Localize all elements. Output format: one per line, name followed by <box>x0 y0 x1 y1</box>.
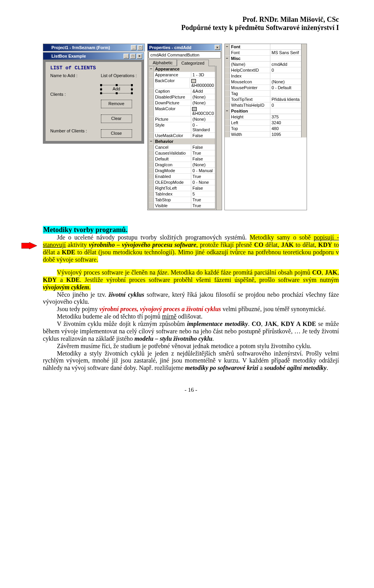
prop-val[interactable]: (None) <box>191 162 215 167</box>
page-number: - 16 - <box>43 387 339 393</box>
minimize-button[interactable]: _ <box>123 54 129 59</box>
properties-panel-2: −Font FontMS Sans Serif −Misc (Name)cmdA… <box>224 44 307 210</box>
object-combo[interactable]: cmdAdd CommandButton <box>148 51 221 58</box>
prop-val[interactable]: 0 - Standard <box>191 122 215 132</box>
prop-val[interactable]: 0 - Default <box>270 85 301 90</box>
prop-val[interactable]: 480 <box>270 126 301 131</box>
prop-key: Height <box>230 114 270 120</box>
prop-val[interactable]: (None) <box>191 100 215 106</box>
prop-key: Index <box>230 73 270 79</box>
paragraph: V životním cyklu může dojít k různým způ… <box>43 320 339 343</box>
paragraph: Vývojový proces software je členěn na fá… <box>43 269 339 291</box>
prop-val[interactable]: 1095 <box>270 132 301 137</box>
category-appearance: Appearance <box>154 66 191 72</box>
properties-window: Properties - cmdAdd × cmdAdd CommandButt… <box>147 44 222 210</box>
vb-icon <box>45 53 50 59</box>
clients-caption: LIST of CLIENTS <box>50 65 137 71</box>
prop-val[interactable]: 375 <box>270 114 301 120</box>
prop-key: HelpContextID <box>230 67 270 73</box>
prop-val[interactable]: (None) <box>270 79 301 85</box>
prop-key: DragMode <box>154 168 191 173</box>
tab-categorized[interactable]: Categorized <box>177 60 208 66</box>
prop-key: MouseIcon <box>230 79 270 85</box>
maximize-button[interactable]: □ <box>130 54 136 59</box>
svg-marker-0 <box>21 242 37 249</box>
prop-val[interactable]: True <box>191 203 215 208</box>
prop-key: Caption <box>154 88 191 94</box>
prop-val[interactable]: &H00C0C0 <box>191 106 215 116</box>
prop-val[interactable]: 0 <box>270 102 301 108</box>
section-title: Metodiky tvorby programů. <box>43 226 128 234</box>
tab-alphabetic[interactable]: Alphabetic <box>148 59 177 66</box>
prop-key: Enabled <box>154 174 191 179</box>
name-to-add-label: Name to Add : <box>50 73 96 78</box>
clear-button[interactable]: Clear <box>101 114 132 123</box>
prop-val[interactable]: False <box>191 133 215 138</box>
prop-key: DisabledPicture <box>154 94 191 100</box>
page-header: Prof. RNDr. Milan Mišovič, CSc Podpůrné … <box>43 16 339 32</box>
screenshots-row: Project1 - frmSeznam (Form) _ □ ListBox … <box>43 44 339 210</box>
properties-titlebar: Properties - cmdAdd × <box>148 44 222 51</box>
collapse-icon[interactable]: − <box>225 44 230 49</box>
prop-key: Default <box>154 156 191 162</box>
paragraph: Závěrem musíme říci, že studium je potře… <box>43 343 339 350</box>
prop-val[interactable]: Přidává klienta <box>270 97 301 102</box>
prop-val[interactable]: MS Sans Serif <box>270 50 301 55</box>
prop-key: TabIndex <box>154 191 191 197</box>
prop-val[interactable]: &Add <box>191 88 215 94</box>
prop-val[interactable]: &H8000000 <box>190 78 215 88</box>
close-button[interactable]: × <box>215 45 220 50</box>
add-button[interactable]: Add <box>101 85 132 93</box>
prop-val[interactable] <box>270 91 301 96</box>
category-position: Position <box>230 108 270 114</box>
minimize-button[interactable]: _ <box>131 45 136 50</box>
category-font: Font <box>230 44 270 49</box>
prop-key: DownPicture <box>154 100 191 106</box>
prop-val[interactable]: cmdAdd <box>270 62 301 67</box>
prop-key: Font <box>230 50 270 55</box>
properties-grid[interactable]: −Appearance Appearance1 - 3D BackColor&H… <box>148 66 215 209</box>
prop-key: Visible <box>154 203 191 208</box>
prop-val[interactable]: 5 <box>191 191 215 197</box>
prop-val[interactable]: (None) <box>191 116 215 122</box>
scrollbar[interactable] <box>301 44 307 137</box>
prop-key: ToolTipText <box>230 97 270 102</box>
prop-val[interactable]: (None) <box>191 94 215 100</box>
collapse-icon[interactable]: − <box>149 139 154 144</box>
prop-val[interactable]: 0 - None <box>191 180 215 185</box>
collapse-icon[interactable]: − <box>225 56 230 61</box>
prop-val[interactable] <box>270 73 301 79</box>
prop-key: Width <box>230 132 270 137</box>
prop-key: BackColor <box>154 78 190 88</box>
prop-key: Tag <box>230 91 270 96</box>
listbox-titlebar: ListBox Example _ □ × <box>43 53 144 60</box>
prop-val[interactable]: True <box>191 197 215 202</box>
prop-key: WhatsThisHelpID <box>230 102 270 108</box>
num-clients-label: Number of Clients : <box>50 129 96 133</box>
prop-val[interactable]: 1 - 3D <box>191 72 215 77</box>
collapse-icon[interactable]: − <box>225 108 230 114</box>
prop-key: Top <box>230 126 270 131</box>
prop-val[interactable]: False <box>191 185 215 191</box>
paragraph: Metodiky a styly životních cyklů je jede… <box>43 350 339 372</box>
listbox-title: ListBox Example <box>51 54 86 58</box>
prop-key: TabStop <box>154 197 191 202</box>
arrow-icon <box>21 242 37 249</box>
close-button[interactable]: × <box>137 54 142 59</box>
maximize-button[interactable]: □ <box>138 45 143 50</box>
collapse-icon[interactable]: − <box>149 66 154 72</box>
prop-val[interactable]: 0 <box>270 67 301 73</box>
prop-val[interactable]: True <box>191 174 215 179</box>
close-form-button[interactable]: Close <box>101 129 132 138</box>
prop-val[interactable]: True <box>191 150 215 156</box>
prop-val[interactable]: False <box>191 144 215 150</box>
form-title: Project1 - frmSeznam (Form) <box>51 45 110 50</box>
prop-val[interactable]: 3240 <box>270 120 301 125</box>
prop-key: Style <box>154 122 191 132</box>
scrollbar[interactable] <box>216 66 222 210</box>
prop-key: DragIcon <box>154 162 191 167</box>
remove-button[interactable]: Remove <box>101 100 132 108</box>
header-line-1: Prof. RNDr. Milan Mišovič, CSc <box>43 16 339 24</box>
prop-val[interactable]: False <box>191 156 215 162</box>
prop-val[interactable]: 0 - Manual <box>191 168 215 173</box>
